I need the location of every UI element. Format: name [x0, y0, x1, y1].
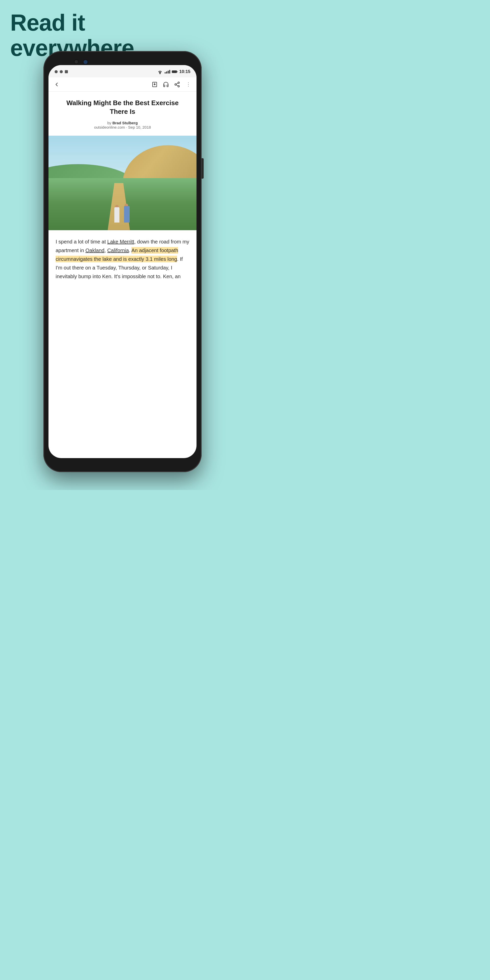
oakland-link[interactable]: Oakland: [86, 248, 105, 253]
svg-rect-3: [177, 71, 177, 72]
svg-point-0: [159, 73, 160, 74]
status-dot-1: [55, 70, 58, 73]
article-header: Walking Might Be the Best Exercise There…: [48, 92, 197, 136]
toolbar-actions: [151, 81, 191, 88]
svg-line-10: [177, 83, 178, 84]
phone-speaker: [94, 57, 151, 64]
svg-point-11: [188, 83, 189, 83]
article-body: I spend a lot of time at Lake Merritt, d…: [48, 230, 197, 287]
phone-screen: 10:15: [48, 65, 197, 458]
article-title: Walking Might Be the Best Exercise There…: [57, 99, 188, 116]
save-to-list-icon[interactable]: [151, 81, 158, 88]
article-hero-image: [48, 136, 197, 230]
person2: [123, 198, 131, 223]
byline-prefix: by: [107, 121, 112, 125]
listen-icon[interactable]: [163, 81, 169, 88]
people-figures: [112, 192, 132, 223]
lake-merritt-link[interactable]: Lake Merritt: [107, 239, 134, 245]
status-bar: 10:15: [48, 65, 197, 77]
status-dot-2: [60, 70, 63, 73]
svg-rect-2: [172, 71, 176, 73]
svg-point-12: [188, 84, 189, 85]
back-arrow-icon: [54, 81, 60, 88]
svg-line-9: [177, 85, 178, 86]
person1: [113, 200, 121, 223]
wifi-icon: [157, 68, 163, 75]
body-text-part4: .: [129, 248, 131, 253]
body-text-part1: I spend a lot of time at: [56, 239, 107, 245]
article-source: outsideonline.com: [94, 125, 125, 129]
status-indicator-dots: [55, 70, 68, 73]
article-date: Sep 10, 2018: [128, 125, 151, 129]
front-camera-left: [74, 59, 79, 64]
back-button[interactable]: [54, 81, 60, 88]
person1-body: [115, 207, 119, 223]
signal-icon: [165, 70, 170, 73]
person2-body: [124, 206, 130, 223]
body-text-part3: ,: [104, 248, 107, 253]
battery-icon: [172, 68, 178, 75]
hero-line1: Read it: [10, 10, 85, 35]
california-link[interactable]: California: [107, 248, 129, 253]
status-dot-3: [65, 70, 68, 73]
more-options-icon[interactable]: [185, 81, 191, 88]
phone-side-button: [202, 158, 204, 179]
svg-point-13: [188, 86, 189, 86]
front-camera-right: [83, 59, 88, 65]
phone-mockup: 10:15: [43, 51, 202, 472]
status-icons: 10:15: [157, 68, 190, 75]
article-byline: by Brad Stulberg outsideonline.com · Sep…: [57, 121, 188, 129]
article-author: Brad Stulberg: [112, 121, 138, 125]
share-icon[interactable]: [174, 81, 180, 88]
status-time: 10:15: [180, 69, 190, 74]
app-toolbar[interactable]: [48, 77, 197, 92]
